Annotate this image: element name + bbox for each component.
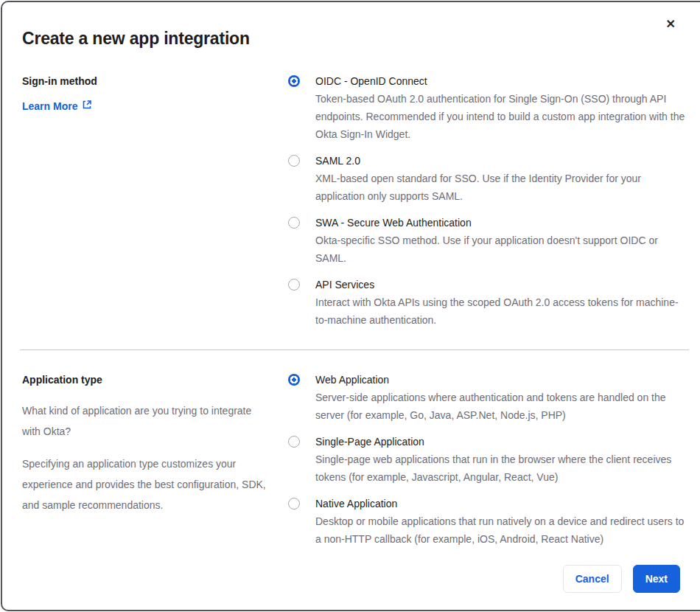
- radio-icon[interactable]: [288, 498, 300, 510]
- radio-label[interactable]: SWA - Secure Web Authentication: [315, 214, 687, 232]
- radio-option-swa[interactable]: SWA - Secure Web Authentication Okta-spe…: [288, 214, 689, 267]
- radio-icon[interactable]: [288, 75, 300, 87]
- radio-option-saml[interactable]: SAML 2.0 XML-based open standard for SSO…: [288, 152, 689, 205]
- sign-in-method-label: Sign-in method: [22, 72, 270, 90]
- application-type-options: Web Application Server-side applications…: [288, 371, 689, 548]
- application-type-note: Specifying an application type customize…: [22, 453, 270, 515]
- radio-description: XML-based open standard for SSO. Use if …: [315, 170, 687, 205]
- application-type-label: Application type: [22, 371, 270, 389]
- learn-more-link[interactable]: Learn More: [22, 97, 92, 115]
- radio-icon[interactable]: [288, 155, 300, 167]
- application-type-question: What kind of application are you trying …: [22, 400, 270, 442]
- sign-in-method-left-column: Sign-in method Learn More: [22, 72, 270, 329]
- radio-option-api-services[interactable]: API Services Interact with Okta APIs usi…: [288, 276, 689, 329]
- radio-label[interactable]: Web Application: [315, 371, 687, 389]
- learn-more-label: Learn More: [22, 97, 77, 115]
- radio-icon[interactable]: [288, 374, 300, 386]
- radio-label[interactable]: SAML 2.0: [315, 152, 687, 170]
- close-icon[interactable]: ✕: [663, 15, 679, 33]
- radio-option-native-application[interactable]: Native Application Desktop or mobile app…: [288, 495, 689, 548]
- radio-description: Desktop or mobile applications that run …: [315, 512, 687, 548]
- dialog-footer: Cancel Next: [563, 565, 680, 593]
- radio-option-web-application[interactable]: Web Application Server-side applications…: [288, 371, 689, 424]
- radio-icon[interactable]: [288, 217, 300, 229]
- sign-in-method-section: Sign-in method Learn More OIDC - OpenID …: [22, 72, 689, 329]
- next-button[interactable]: Next: [633, 565, 680, 593]
- application-type-left-column: Application type What kind of applicatio…: [22, 371, 270, 548]
- radio-icon[interactable]: [288, 279, 300, 291]
- radio-option-single-page-application[interactable]: Single-Page Application Single-page web …: [288, 433, 689, 486]
- radio-description: Server-side applications where authentic…: [315, 389, 687, 424]
- radio-label[interactable]: OIDC - OpenID Connect: [315, 72, 687, 90]
- external-link-icon: [82, 97, 92, 115]
- cancel-button[interactable]: Cancel: [563, 565, 622, 593]
- radio-description: Okta-specific SSO method. Use if your ap…: [315, 232, 687, 267]
- dialog-title: Create a new app integration: [22, 27, 689, 49]
- radio-option-oidc[interactable]: OIDC - OpenID Connect Token-based OAuth …: [288, 72, 689, 143]
- radio-description: Token-based OAuth 2.0 authentication for…: [315, 90, 687, 143]
- section-divider: [20, 350, 689, 350]
- radio-icon[interactable]: [288, 436, 300, 448]
- radio-description: Interact with Okta APIs using the scoped…: [315, 293, 687, 329]
- radio-label[interactable]: Native Application: [315, 495, 687, 512]
- sign-in-method-options: OIDC - OpenID Connect Token-based OAuth …: [288, 72, 689, 329]
- application-type-section: Application type What kind of applicatio…: [22, 371, 689, 548]
- radio-label[interactable]: Single-Page Application: [315, 433, 687, 451]
- radio-label[interactable]: API Services: [315, 276, 687, 293]
- create-app-integration-dialog: ✕ Create a new app integration Sign-in m…: [1, 1, 700, 611]
- radio-description: Single-page web applications that run in…: [315, 451, 687, 486]
